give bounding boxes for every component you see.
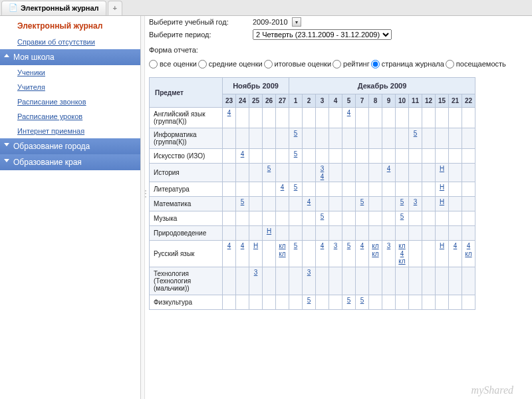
report-radio-1[interactable]: средние оценки (198, 58, 263, 70)
grade-mark[interactable]: 3 (251, 269, 261, 277)
grade-mark[interactable]: 5 (237, 198, 247, 206)
grade-cell (263, 267, 276, 295)
grade-cell (369, 164, 382, 182)
grade-mark[interactable]: 5 (357, 297, 367, 305)
sidebar-cat-myschool[interactable]: Моя школа (0, 49, 140, 65)
period-label: Выберите период: (149, 31, 249, 39)
year-dropdown-button[interactable]: ▾ (292, 17, 301, 27)
report-radio-5[interactable]: посещаемость (446, 58, 506, 70)
grade-mark[interactable]: 5 (291, 242, 301, 250)
grade-mark[interactable]: 5 (344, 242, 354, 250)
grade-mark[interactable]: 3 (410, 198, 420, 206)
grade-mark[interactable]: кл (464, 250, 473, 258)
grade-mark[interactable]: кл (370, 250, 380, 258)
grade-mark[interactable]: 4 (317, 242, 327, 250)
grade-mark[interactable]: 4 (237, 150, 247, 158)
grade-mark[interactable]: Н (264, 227, 274, 235)
day-header: 11 (409, 94, 422, 108)
grade-mark[interactable]: кл (277, 250, 287, 258)
grade-cell (249, 108, 263, 128)
grade-mark[interactable]: 5 (397, 213, 407, 221)
splitter-handle[interactable] (141, 16, 145, 399)
grade-mark[interactable]: кл (397, 257, 407, 265)
grade-cell (329, 197, 342, 211)
grade-mark[interactable]: Н (437, 242, 447, 250)
report-radio-0[interactable]: все оценки (149, 58, 197, 70)
grade-mark[interactable]: 4 (344, 109, 354, 117)
report-radio-2[interactable]: итоговые оценки (264, 58, 331, 70)
sidebar-cat-region[interactable]: Образование края (0, 154, 140, 170)
new-tab-button[interactable]: + (108, 1, 122, 15)
grade-mark[interactable]: Н (251, 242, 261, 250)
grade-cell: 4 (303, 197, 316, 211)
period-select[interactable]: 2 Четверть (23.11.2009 - 31.12.2009) (253, 29, 392, 40)
report-radio-input[interactable] (446, 60, 454, 68)
grade-mark[interactable]: 4 (384, 165, 394, 173)
grade-mark[interactable]: 4 (224, 242, 234, 250)
sidebar-link-absence[interactable]: Справки об отсутствии (0, 35, 140, 49)
grade-cell: 4 (236, 149, 249, 164)
sidebar-item-bells[interactable]: Расписание звонков (0, 94, 140, 109)
subject-cell: Природоведение (150, 226, 223, 241)
grade-cell (409, 182, 422, 197)
grade-cell (356, 164, 369, 182)
grade-mark[interactable]: 5 (291, 150, 301, 158)
grade-cell: 4кл (462, 241, 475, 267)
grade-cell (422, 241, 436, 267)
report-radio-3[interactable]: рейтинг (332, 58, 370, 70)
grade-mark[interactable]: кл (277, 242, 287, 250)
grade-mark[interactable]: 5 (317, 213, 327, 221)
grade-mark[interactable]: 4 (237, 242, 247, 250)
grade-mark[interactable]: Н (437, 198, 447, 206)
grade-mark[interactable]: 5 (344, 297, 354, 305)
grade-cell (303, 108, 316, 128)
grade-cell (409, 164, 422, 182)
grade-cell (422, 128, 436, 149)
report-radio-input[interactable] (371, 60, 380, 68)
grade-mark[interactable]: 5 (304, 297, 314, 305)
grade-mark[interactable]: 3 (331, 242, 340, 250)
report-radio-input[interactable] (198, 60, 207, 68)
sidebar-item-students[interactable]: Ученики (0, 65, 140, 80)
grade-mark[interactable]: 5 (291, 184, 301, 192)
grade-mark[interactable]: 5 (410, 130, 420, 138)
report-radio-input[interactable] (149, 60, 158, 68)
grade-cell (436, 108, 449, 128)
grade-mark[interactable]: 3 (317, 165, 327, 173)
grade-mark[interactable]: 4 (277, 184, 287, 192)
sidebar-cat-city[interactable]: Образование города (0, 138, 140, 154)
grade-mark[interactable]: 4 (317, 173, 327, 181)
report-radio-4[interactable]: страница журнала (371, 58, 444, 70)
table-row: Литература45Н (150, 182, 475, 197)
grade-mark[interactable]: Н (437, 165, 447, 173)
grade-mark[interactable]: 4 (357, 242, 367, 250)
grade-cell (462, 128, 475, 149)
grade-mark[interactable]: Н (437, 184, 447, 192)
grade-mark[interactable]: 5 (264, 165, 274, 173)
grade-mark[interactable]: 5 (397, 198, 407, 206)
grade-mark[interactable]: 3 (304, 269, 314, 277)
grade-mark[interactable]: 4 (450, 242, 460, 250)
grade-mark[interactable]: кл (397, 242, 407, 250)
grade-mark[interactable]: 5 (357, 198, 367, 206)
grade-mark[interactable]: 4 (304, 198, 314, 206)
sidebar-item-lessons[interactable]: Расписание уроков (0, 109, 140, 124)
sidebar-item-teachers[interactable]: Учителя (0, 80, 140, 94)
grade-mark[interactable]: 3 (384, 242, 394, 250)
tab-active[interactable]: Электронный журнал (1, 1, 106, 15)
grade-cell (249, 197, 263, 211)
grade-cell (342, 164, 356, 182)
grade-mark[interactable]: 4 (224, 109, 234, 117)
grade-cell (422, 295, 436, 309)
report-radio-input[interactable] (332, 60, 341, 68)
grade-mark[interactable]: 5 (291, 130, 301, 138)
grade-mark[interactable]: 4 (464, 242, 473, 250)
sidebar-item-reception[interactable]: Интернет приемная (0, 124, 140, 138)
grade-cell: Н (263, 226, 276, 241)
grade-cell (289, 164, 303, 182)
grade-mark[interactable]: 4 (397, 250, 407, 258)
subject-header: Предмет (150, 78, 223, 108)
report-radio-input[interactable] (264, 60, 273, 68)
grade-mark[interactable]: кл (370, 242, 380, 250)
grade-cell (289, 267, 303, 295)
